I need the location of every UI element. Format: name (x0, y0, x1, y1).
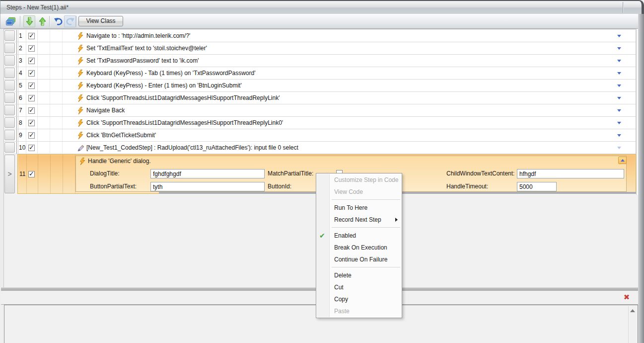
row-handle[interactable] (4, 55, 15, 66)
step-row-4[interactable]: 4 Keyboard (KeyPress) - Tab (1 times) on… (4, 67, 636, 80)
redo-icon (66, 17, 75, 26)
step-dropdown-arrow[interactable] (617, 134, 621, 137)
step-row-3[interactable]: 3 Set 'TxtPasswordPassword' text to 'ik.… (4, 55, 636, 67)
step-dropdown-arrow[interactable] (617, 60, 621, 62)
step-description: Navigate to : 'http://admin.telerik.com/… (86, 30, 190, 42)
step-row-2[interactable]: 2 Set 'TxtEmailText' text to 'stoil.stoi… (4, 42, 636, 55)
layers-icon (5, 17, 16, 26)
row-handle[interactable] (4, 92, 15, 103)
close-log-button[interactable]: ✖ (622, 293, 631, 302)
lightning-icon (77, 32, 83, 40)
lightning-icon (79, 158, 85, 165)
window-right-border (638, 14, 644, 343)
row-handle[interactable] (4, 117, 15, 128)
window-titlebar[interactable]: Steps - New Test(1).aii* (0, 0, 644, 14)
menu-item-cut[interactable]: Cut (316, 281, 402, 293)
step-row-6[interactable]: 6 Click 'SupportThreadsList1DatagridMess… (4, 92, 636, 104)
view-class-button[interactable]: View Class (78, 16, 123, 26)
menu-item-paste[interactable]: Paste (316, 305, 402, 317)
current-row-indicator[interactable]: > (4, 155, 15, 193)
row-number: 8 (19, 117, 22, 129)
menu-item-view-code[interactable]: View Code (316, 186, 402, 198)
step-row-1[interactable]: 1 Navigate to : 'http://admin.telerik.co… (4, 30, 636, 42)
step-dropdown-arrow[interactable] (617, 122, 621, 124)
menu-separator (316, 198, 402, 202)
child-window-text-content-input[interactable] (517, 169, 624, 178)
menu-item-break-on-execution[interactable]: Break On Execution (316, 242, 402, 254)
step-dropdown-arrow[interactable] (617, 147, 621, 149)
coded-step-pencil-icon (77, 144, 83, 152)
button-partial-text-input[interactable] (150, 182, 265, 191)
step-description: Keyboard (KeyPress) - Tab (1 times) on '… (86, 67, 255, 79)
toolbar-separator (20, 16, 20, 27)
step-row-9[interactable]: 9 Click 'BtnGetTicketSubmit' (4, 129, 636, 142)
step-context-menu: Customize Step in Code View Code Run To … (316, 173, 402, 318)
row-number: 11 (19, 155, 25, 193)
redo-button[interactable] (64, 15, 76, 27)
lightning-icon (77, 107, 83, 114)
menu-separator (316, 265, 402, 269)
step-dropdown-arrow[interactable] (617, 109, 621, 112)
move-step-up-button[interactable] (36, 15, 48, 27)
row-number: 9 (19, 129, 22, 141)
scrollbar-up-button[interactable] (629, 306, 637, 315)
grid-right-gutter (636, 29, 638, 195)
row-number: 5 (19, 80, 22, 91)
row-handle[interactable] (4, 30, 15, 41)
step-dropdown-arrow[interactable] (617, 72, 621, 75)
menu-item-customize-step-in-code[interactable]: Customize Step in Code (316, 174, 402, 186)
button-partial-text-label: ButtonPartialText: (90, 182, 137, 191)
step-enabled-checkbox[interactable] (28, 120, 35, 126)
menu-item-record-next-step[interactable]: Record Next Step (316, 214, 402, 226)
collapse-step-button[interactable] (618, 157, 627, 164)
vertical-scrollbar[interactable] (628, 306, 637, 343)
row-number: 1 (19, 30, 22, 42)
step-row-8[interactable]: 8 Click 'SupportThreadsList1DatagridMess… (4, 117, 636, 129)
row-handle[interactable] (4, 68, 15, 78)
expanded-step-title: Handle 'Generic' dialog. (88, 157, 151, 166)
menu-item-delete[interactable]: Delete (316, 269, 402, 281)
step-dropdown-arrow[interactable] (617, 47, 621, 50)
step-enabled-checkbox[interactable] (28, 171, 35, 177)
step-row-5[interactable]: 5 Keyboard (KeyPress) - Enter (1 times) … (4, 80, 636, 92)
grid-left-gutter (0, 29, 4, 287)
dialog-title-input[interactable] (150, 169, 265, 178)
handle-timeout-input[interactable] (517, 182, 557, 191)
undo-button[interactable] (52, 15, 64, 27)
step-description: Click 'BtnGetTicketSubmit' (86, 129, 156, 141)
steps-window: Steps - New Test(1).aii* (0, 0, 644, 343)
step-dropdown-arrow[interactable] (617, 35, 621, 37)
lightning-icon (77, 45, 83, 52)
step-description: Navigate Back (86, 104, 125, 116)
move-step-down-button[interactable] (23, 15, 35, 27)
step-enabled-checkbox[interactable] (28, 45, 35, 52)
row-handle[interactable] (4, 130, 15, 140)
step-dropdown-arrow[interactable] (617, 85, 621, 87)
step-row-10[interactable]: 10 [New_Test1_CodedStep] : RadUpload('ct… (4, 142, 636, 154)
row-handle[interactable] (4, 43, 15, 53)
step-enabled-checkbox[interactable] (28, 107, 35, 114)
step-enabled-checkbox[interactable] (28, 33, 35, 39)
step-enabled-checkbox[interactable] (28, 58, 35, 64)
menu-item-continue-on-failure[interactable]: Continue On Failure (316, 254, 402, 265)
step-enabled-checkbox[interactable] (28, 70, 35, 77)
step-enabled-checkbox[interactable] (28, 132, 35, 139)
menu-item-run-to-here[interactable]: Run To Here (316, 202, 402, 214)
row-handle[interactable] (4, 142, 15, 153)
green-arrow-up-icon (39, 17, 46, 26)
lightning-icon (77, 57, 83, 65)
step-enabled-checkbox[interactable] (28, 83, 35, 89)
green-arrow-down-icon (26, 17, 33, 26)
step-row-7[interactable]: 7 Navigate Back (4, 104, 636, 117)
step-enabled-checkbox[interactable] (28, 145, 35, 151)
toolbar-separator (49, 16, 50, 27)
menu-item-enabled[interactable]: ✔ Enabled (316, 230, 402, 242)
step-description: Click 'SupportThreadsList1DatagridMessag… (86, 92, 280, 104)
menu-item-copy[interactable]: Copy (316, 293, 402, 305)
row-handle[interactable] (4, 80, 15, 90)
step-enabled-checkbox[interactable] (28, 95, 35, 101)
step-dropdown-arrow[interactable] (617, 97, 621, 99)
match-partial-title-label: MatchPartialTitle: (268, 169, 313, 178)
row-handle[interactable] (4, 105, 15, 115)
organize-windows-button[interactable] (4, 15, 16, 27)
